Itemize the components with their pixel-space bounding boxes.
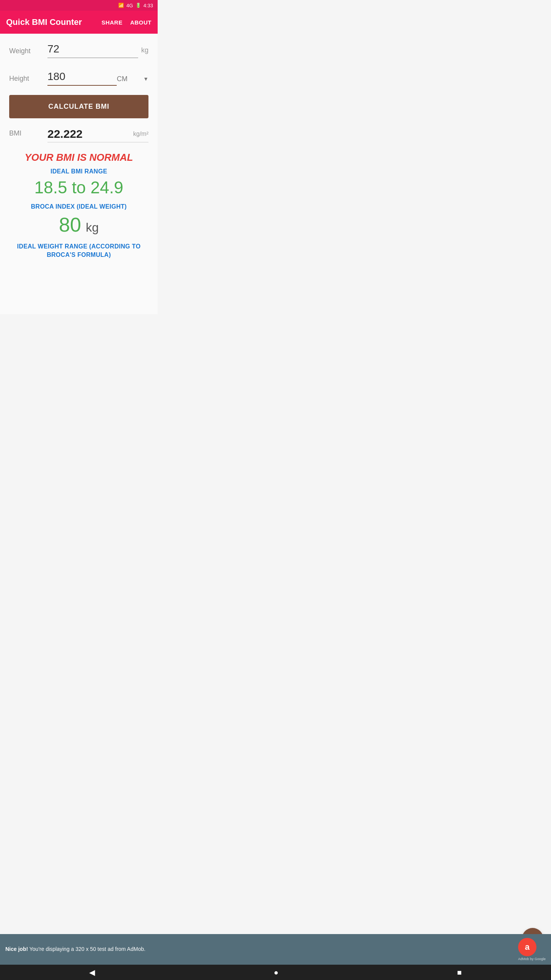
bmi-underline <box>47 142 148 142</box>
broca-number: 80 <box>59 214 81 236</box>
bottom-spacer <box>9 268 148 314</box>
bmi-range: 18.5 to 24.9 <box>12 178 145 197</box>
app-bar: Quick BMI Counter SHARE ABOUT <box>0 11 158 34</box>
weight-row: Weight kg <box>9 41 148 58</box>
results-section: YOUR BMI IS NORMAL IDEAL BMI RANGE 18.5 … <box>9 152 148 269</box>
height-input[interactable] <box>47 69 117 84</box>
calculate-bmi-button[interactable]: CALCULATE BMI <box>9 95 148 118</box>
battery-icon: 🔋 <box>135 3 141 8</box>
broca-value: 80 kg <box>12 213 145 236</box>
bmi-value: 22.222 <box>47 127 133 140</box>
time-label: 4:33 <box>143 3 153 8</box>
main-content: Weight kg Height CM FT/IN ▼ CALCULATE BM… <box>0 34 158 314</box>
bmi-status: YOUR BMI IS NORMAL <box>12 152 145 163</box>
signal-icon: 📶 <box>118 3 124 8</box>
height-unit-select[interactable]: CM FT/IN <box>117 75 142 83</box>
ideal-weight-label: IDEAL WEIGHT RANGE (ACCORDING TO BROCA'S… <box>12 242 145 260</box>
app-title: Quick BMI Counter <box>6 17 101 27</box>
bmi-result-row: BMI 22.222 kg/m² <box>9 127 148 140</box>
weight-label: Weight <box>9 47 47 58</box>
height-underline <box>47 85 117 86</box>
bmi-unit: kg/m² <box>133 131 148 140</box>
divider-1 <box>9 61 148 69</box>
weight-underline <box>47 57 138 58</box>
share-button[interactable]: SHARE <box>101 19 122 26</box>
dropdown-arrow-icon: ▼ <box>143 76 148 82</box>
height-label: Height <box>9 75 47 86</box>
height-row: Height CM FT/IN ▼ <box>9 69 148 86</box>
weight-input[interactable] <box>47 41 138 57</box>
weight-unit: kg <box>141 46 148 58</box>
ideal-bmi-label: IDEAL BMI RANGE <box>12 168 145 175</box>
broca-unit: kg <box>86 220 99 234</box>
about-button[interactable]: ABOUT <box>130 19 152 26</box>
signal-label: 4G <box>126 3 133 8</box>
app-bar-actions: SHARE ABOUT <box>101 19 152 26</box>
broca-label: BROCA INDEX (IDEAL WEIGHT) <box>12 203 145 210</box>
status-bar: 📶 4G 🔋 4:33 <box>0 0 158 11</box>
weight-input-wrapper <box>47 41 138 58</box>
height-input-wrapper <box>47 69 117 86</box>
height-unit-wrapper[interactable]: CM FT/IN ▼ <box>117 75 148 86</box>
bmi-label: BMI <box>9 129 47 140</box>
